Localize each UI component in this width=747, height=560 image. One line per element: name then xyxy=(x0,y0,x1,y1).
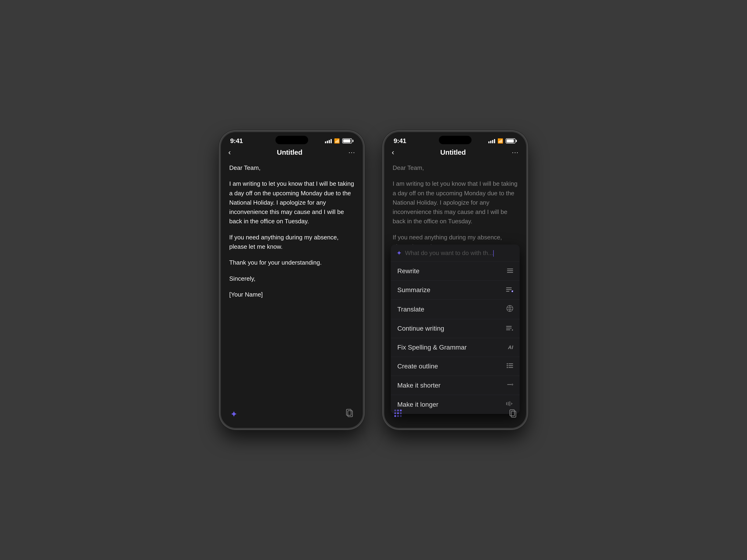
svg-rect-2 xyxy=(507,269,513,269)
svg-point-17 xyxy=(507,365,508,366)
ai-sparkle-icon-right: ✦ xyxy=(396,249,402,257)
svg-rect-13 xyxy=(506,328,512,328)
right-phone: 9:41 📶 ‹ Untitled ··· Dear Team, I xyxy=(383,131,527,429)
menu-label-outline: Create outline xyxy=(397,363,438,370)
more-button-left[interactable]: ··· xyxy=(349,149,355,156)
menu-label-summarize: Summarize xyxy=(397,286,431,294)
time-left: 9:41 xyxy=(230,137,243,145)
svg-point-27 xyxy=(400,409,402,411)
menu-label-rewrite: Rewrite xyxy=(397,267,419,275)
para1-right: I am writing to let you know that I will… xyxy=(393,179,518,226)
svg-point-32 xyxy=(397,415,399,417)
svg-rect-7 xyxy=(506,291,509,292)
svg-point-25 xyxy=(394,409,396,411)
svg-rect-6 xyxy=(506,289,512,290)
svg-point-33 xyxy=(400,415,402,417)
para1-left: I am writing to let you know that I will… xyxy=(229,179,354,226)
svg-point-19 xyxy=(507,367,508,368)
battery-left xyxy=(342,138,354,143)
menu-item-outline[interactable]: Create outline xyxy=(391,357,520,376)
translate-icon xyxy=(507,305,513,313)
fix-grammar-icon: AI xyxy=(508,344,513,350)
svg-rect-18 xyxy=(509,365,513,366)
battery-right xyxy=(506,138,517,143)
menu-label-translate: Translate xyxy=(397,306,424,313)
svg-point-15 xyxy=(507,363,508,364)
back-button-right[interactable]: ‹ xyxy=(392,148,394,157)
menu-item-rewrite[interactable]: Rewrite xyxy=(391,262,520,281)
svg-rect-1 xyxy=(346,409,351,415)
svg-point-28 xyxy=(394,412,396,414)
menu-item-translate[interactable]: Translate xyxy=(391,300,520,319)
dynamic-island-left xyxy=(276,136,308,144)
para2-left: If you need anything during my absence, … xyxy=(229,233,354,251)
ai-input-placeholder[interactable]: What do you want to do with th... xyxy=(405,249,514,257)
back-button-left[interactable]: ‹ xyxy=(228,148,231,157)
doc-content-left: Dear Team, I am writing to let you know … xyxy=(221,159,363,428)
doc-text-left: Dear Team, I am writing to let you know … xyxy=(229,163,354,299)
svg-rect-0 xyxy=(348,411,353,417)
menu-label-continue: Continue writing xyxy=(397,325,444,332)
continue-icon xyxy=(506,325,513,332)
svg-point-9 xyxy=(507,305,513,312)
svg-point-26 xyxy=(397,409,399,411)
nav-bar-left: ‹ Untitled ··· xyxy=(221,146,363,159)
dynamic-island-right xyxy=(439,136,471,144)
svg-rect-16 xyxy=(509,363,513,364)
bottom-bar-left: ✦ xyxy=(221,405,363,428)
signal-icon-right xyxy=(488,139,495,143)
ai-grid-icon-right[interactable] xyxy=(393,409,403,420)
svg-rect-35 xyxy=(510,410,515,416)
copy-icon-right[interactable] xyxy=(509,409,517,419)
status-icons-right: 📶 xyxy=(488,138,517,144)
left-phone: 9:41 📶 ‹ Untitled ··· Dear Team, I xyxy=(220,131,364,429)
svg-rect-14 xyxy=(506,329,510,330)
svg-rect-12 xyxy=(506,326,512,327)
para5-left: [Your Name] xyxy=(229,290,354,299)
menu-item-summarize[interactable]: Summarize xyxy=(391,281,520,300)
para3-left: Thank you for your understanding. xyxy=(229,258,354,267)
nav-title-right: Untitled xyxy=(440,149,466,156)
svg-rect-3 xyxy=(507,270,513,271)
menu-label-fix-grammar: Fix Spelling & Grammar xyxy=(397,344,467,351)
signal-icon-left xyxy=(325,139,332,143)
shorter-icon xyxy=(507,381,513,389)
svg-rect-5 xyxy=(506,288,512,288)
svg-rect-34 xyxy=(511,411,516,417)
summarize-icon xyxy=(506,287,513,294)
outline-icon xyxy=(507,363,513,370)
menu-label-shorter: Make it shorter xyxy=(397,382,440,389)
ai-sparkle-icon-left[interactable]: ✦ xyxy=(230,409,238,419)
wifi-icon-left: 📶 xyxy=(334,138,340,144)
time-right: 9:41 xyxy=(393,137,406,145)
wifi-icon-right: 📶 xyxy=(497,138,503,144)
nav-title-left: Untitled xyxy=(277,149,302,156)
greeting-left: Dear Team, xyxy=(229,163,354,172)
para4-left: Sincerely, xyxy=(229,274,354,283)
svg-rect-20 xyxy=(509,367,513,368)
menu-item-continue[interactable]: Continue writing xyxy=(391,319,520,338)
svg-point-29 xyxy=(397,412,399,414)
svg-rect-4 xyxy=(507,272,513,273)
ai-menu-overlay: ✦ What do you want to do with th... Rewr… xyxy=(391,244,520,414)
copy-icon-left[interactable] xyxy=(345,409,354,420)
greeting-right: Dear Team, xyxy=(393,163,518,172)
cursor xyxy=(493,250,494,257)
more-button-right[interactable]: ··· xyxy=(512,149,519,156)
doc-text-right: Dear Team, I am writing to let you know … xyxy=(393,163,518,251)
status-icons-left: 📶 xyxy=(325,138,354,144)
menu-item-fix-grammar[interactable]: Fix Spelling & Grammar AI xyxy=(391,338,520,357)
svg-point-31 xyxy=(394,415,396,417)
svg-point-30 xyxy=(400,412,402,414)
rewrite-icon xyxy=(507,268,513,275)
ai-input-row[interactable]: ✦ What do you want to do with th... xyxy=(391,244,520,262)
menu-item-shorter[interactable]: Make it shorter xyxy=(391,376,520,395)
bottom-bar-right xyxy=(384,405,526,428)
nav-bar-right: ‹ Untitled ··· xyxy=(384,146,526,159)
